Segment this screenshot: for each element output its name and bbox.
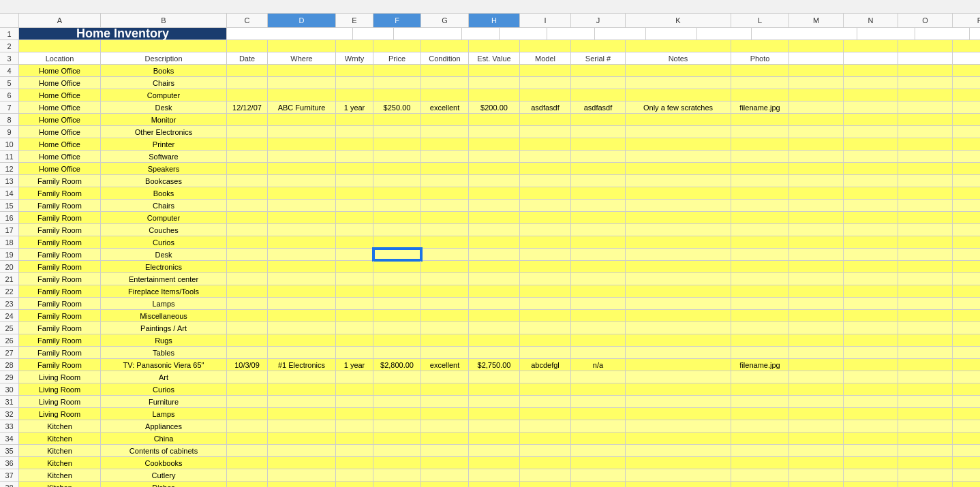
cell[interactable]: [336, 457, 373, 469]
cell[interactable]: [268, 285, 336, 297]
col-header-h[interactable]: H: [469, 14, 520, 27]
cell[interactable]: [421, 408, 469, 420]
cell[interactable]: [844, 371, 898, 383]
cell[interactable]: [953, 200, 980, 211]
cell[interactable]: [626, 236, 731, 248]
cell[interactable]: [520, 40, 571, 52]
cell[interactable]: [898, 334, 953, 346]
cell[interactable]: Paintings / Art: [101, 322, 227, 334]
cell[interactable]: [626, 457, 731, 469]
cell[interactable]: [898, 322, 953, 334]
rows-container[interactable]: 1Home Inventory23LocationDescriptionDate…: [0, 28, 980, 487]
cell[interactable]: [373, 126, 421, 138]
cell[interactable]: [953, 273, 980, 285]
cell[interactable]: [373, 371, 421, 383]
cell[interactable]: Serial #: [571, 52, 626, 64]
table-row[interactable]: 2: [0, 40, 980, 52]
cell[interactable]: Family Room: [19, 224, 101, 236]
col-header-m[interactable]: M: [789, 14, 844, 27]
cell[interactable]: Computer: [101, 212, 227, 223]
cell[interactable]: Family Room: [19, 322, 101, 334]
cell[interactable]: [844, 420, 898, 432]
cell[interactable]: [731, 187, 789, 199]
cell[interactable]: [520, 200, 571, 211]
cell[interactable]: [626, 347, 731, 358]
cell[interactable]: [336, 151, 373, 162]
cell[interactable]: [571, 298, 626, 309]
cell[interactable]: Family Room: [19, 261, 101, 272]
cell[interactable]: [626, 163, 731, 174]
cell[interactable]: [626, 396, 731, 407]
cell[interactable]: [731, 77, 789, 89]
cell[interactable]: [547, 28, 595, 40]
cell[interactable]: [844, 89, 898, 101]
cell[interactable]: [336, 200, 373, 211]
cell[interactable]: [626, 273, 731, 285]
cell[interactable]: [731, 212, 789, 223]
cell[interactable]: [336, 445, 373, 456]
cell[interactable]: Kitchen: [19, 420, 101, 432]
cell[interactable]: [789, 77, 844, 89]
cell[interactable]: [844, 212, 898, 223]
cell[interactable]: Books: [101, 65, 227, 76]
table-row[interactable]: 30Living RoomCurios: [0, 383, 980, 396]
cell[interactable]: [469, 482, 520, 487]
cell[interactable]: [898, 310, 953, 321]
cell[interactable]: [227, 200, 268, 211]
cell[interactable]: Kitchen: [19, 433, 101, 444]
cell[interactable]: [469, 457, 520, 469]
table-row[interactable]: 15Family RoomChairs: [0, 200, 980, 212]
cell[interactable]: [268, 396, 336, 407]
cell[interactable]: [336, 175, 373, 187]
cell[interactable]: Printer: [101, 138, 227, 150]
cell[interactable]: [595, 28, 646, 40]
cell[interactable]: [336, 396, 373, 407]
cell[interactable]: $2,750.00: [469, 359, 520, 371]
cell[interactable]: Home Office: [19, 77, 101, 89]
cell[interactable]: [844, 163, 898, 174]
cell[interactable]: Home Office: [19, 114, 101, 125]
cell[interactable]: [373, 285, 421, 297]
table-row[interactable]: 3LocationDescriptionDateWhereWrntyPriceC…: [0, 52, 980, 65]
cell[interactable]: [336, 65, 373, 76]
cell[interactable]: [227, 40, 268, 52]
cell[interactable]: [336, 187, 373, 199]
cell[interactable]: [789, 212, 844, 223]
cell[interactable]: Family Room: [19, 236, 101, 248]
cell[interactable]: [626, 138, 731, 150]
cell[interactable]: [227, 261, 268, 272]
cell[interactable]: [421, 138, 469, 150]
cell[interactable]: [898, 187, 953, 199]
cell[interactable]: [731, 138, 789, 150]
cell[interactable]: [953, 383, 980, 395]
cell[interactable]: [421, 482, 469, 487]
cell[interactable]: [373, 310, 421, 321]
cell[interactable]: [394, 28, 462, 40]
cell[interactable]: [469, 89, 520, 101]
cell[interactable]: Living Room: [19, 408, 101, 420]
cell[interactable]: [520, 298, 571, 309]
cell[interactable]: [421, 89, 469, 101]
cell[interactable]: [373, 334, 421, 346]
cell[interactable]: [626, 285, 731, 297]
cell[interactable]: $200.00: [469, 101, 520, 113]
cell[interactable]: [898, 383, 953, 395]
cell[interactable]: [268, 408, 336, 420]
cell[interactable]: [373, 420, 421, 432]
cell[interactable]: [626, 65, 731, 76]
cell[interactable]: [731, 273, 789, 285]
cell[interactable]: [731, 224, 789, 236]
cell[interactable]: [421, 114, 469, 125]
cell[interactable]: [731, 249, 789, 260]
cell[interactable]: Lamps: [101, 298, 227, 309]
cell[interactable]: [373, 445, 421, 456]
cell[interactable]: [898, 396, 953, 407]
cell[interactable]: [953, 224, 980, 236]
cell[interactable]: [336, 273, 373, 285]
cell[interactable]: [520, 163, 571, 174]
cell[interactable]: [626, 187, 731, 199]
cell[interactable]: [19, 40, 101, 52]
cell[interactable]: [373, 224, 421, 236]
cell[interactable]: Chairs: [101, 77, 227, 89]
cell[interactable]: [789, 187, 844, 199]
